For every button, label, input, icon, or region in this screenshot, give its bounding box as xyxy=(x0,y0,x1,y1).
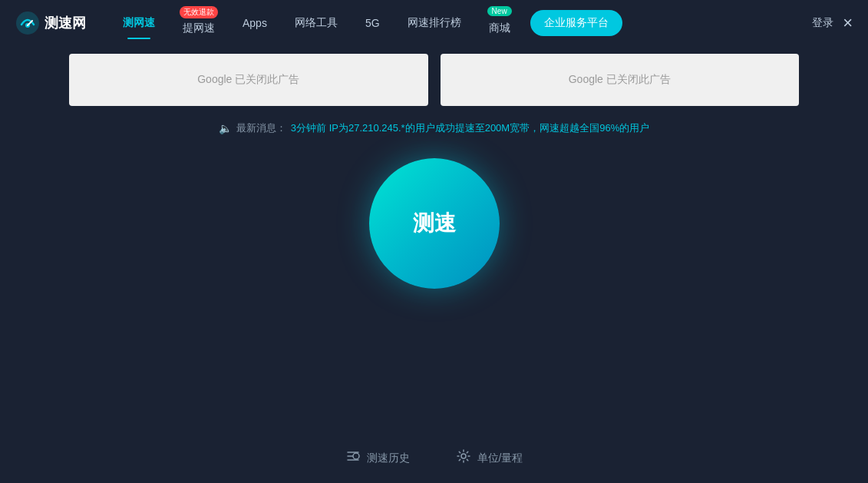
speed-test-button[interactable]: 测速 xyxy=(369,158,500,289)
settings-icon xyxy=(456,448,471,468)
news-ticker: 🔈 最新消息： 3分钟前 IP为27.210.245.*的用户成功提速至200M… xyxy=(0,114,868,143)
nav-item-5g[interactable]: 5G xyxy=(351,11,394,35)
ad-area: Google 已关闭此广告 Google 已关闭此广告 xyxy=(0,46,868,114)
history-icon xyxy=(345,448,361,468)
svg-point-6 xyxy=(353,453,359,459)
nav-item-shop[interactable]: 商城 xyxy=(475,15,524,41)
close-button[interactable]: × xyxy=(843,15,853,31)
header-right: 登录 × xyxy=(812,15,853,31)
nav-item-boost[interactable]: 提网速 xyxy=(169,15,229,41)
speaker-icon: 🔈 xyxy=(219,122,232,134)
main-area: 测速 xyxy=(0,143,868,296)
header: 测速网 测网速 无效退款 提网速 Apps 网络工具 5G 网速排行榜 xyxy=(0,0,868,46)
login-button[interactable]: 登录 xyxy=(812,16,833,30)
bottom-toolbar: 测速历史 单位/量程 xyxy=(0,448,868,468)
logo-text: 测速网 xyxy=(45,14,86,32)
history-label: 测速历史 xyxy=(367,452,410,465)
nav-item-boost-wrapper: 无效退款 提网速 xyxy=(169,5,229,41)
units-label: 单位/量程 xyxy=(477,452,523,465)
units-toolbar-item[interactable]: 单位/量程 xyxy=(456,448,523,468)
enterprise-btn[interactable]: 企业服务平台 xyxy=(530,10,622,36)
news-highlight: 3分钟前 IP为27.210.245.*的用户成功提速至200M宽带，网速超越全… xyxy=(291,121,649,135)
svg-point-7 xyxy=(461,454,466,458)
ad-banner-right[interactable]: Google 已关闭此广告 xyxy=(441,54,800,106)
nav-item-speed-test[interactable]: 测网速 xyxy=(109,10,169,36)
ad-banner-left[interactable]: Google 已关闭此广告 xyxy=(69,54,428,106)
nav-item-ranking[interactable]: 网速排行榜 xyxy=(394,10,475,36)
nav-item-tools[interactable]: 网络工具 xyxy=(281,10,351,36)
news-prefix: 最新消息： xyxy=(236,121,286,135)
logo[interactable]: 测速网 xyxy=(15,11,86,35)
nav-item-shop-wrapper: New 商城 xyxy=(475,5,524,41)
main-nav: 测网速 无效退款 提网速 Apps 网络工具 5G 网速排行榜 New xyxy=(109,5,812,41)
logo-icon xyxy=(15,11,40,35)
nav-item-apps[interactable]: Apps xyxy=(229,11,281,35)
history-toolbar-item[interactable]: 测速历史 xyxy=(345,448,410,468)
